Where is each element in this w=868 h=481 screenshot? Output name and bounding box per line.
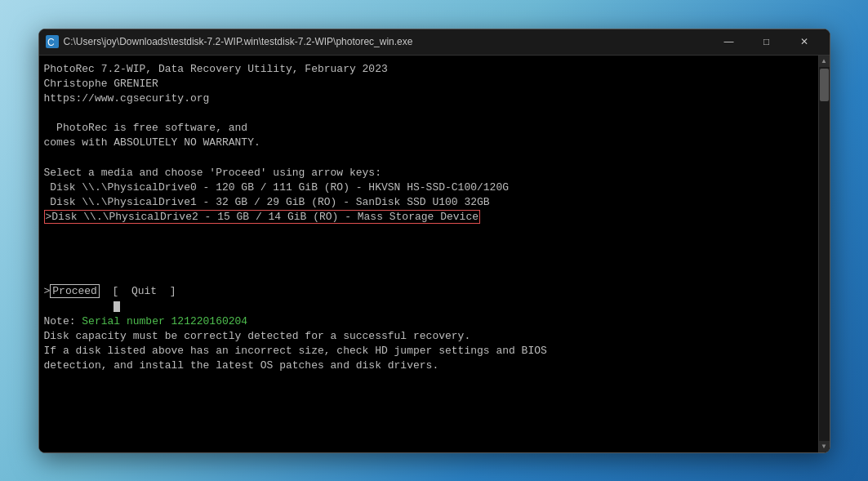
close-button[interactable]: ✕ [786, 29, 823, 55]
line-8: Select a media and choose 'Proceed' usin… [44, 167, 381, 179]
window-title: C:\Users\joy\Downloads\testdisk-7.2-WIP.… [64, 36, 710, 47]
line-6: comes with ABSOLUTELY NO WARRANTY. [44, 136, 260, 149]
terminal-output[interactable]: PhotoRec 7.2-WIP, Data Recovery Utility,… [39, 56, 818, 452]
footer-2: If a disk listed above has an incorrect … [44, 345, 547, 357]
footer-3: detection, and install the latest OS pat… [44, 359, 439, 372]
note-line: Note: Serial number 121220160204 [44, 315, 248, 327]
proceed-button[interactable]: Proceed [50, 284, 100, 298]
disk2-line: >Disk \\.\PhysicalDrive2 - 15 GB / 14 Gi… [44, 210, 481, 224]
window-controls: — □ ✕ [710, 29, 823, 55]
disk1-line: Disk \\.\PhysicalDrive1 - 32 GB / 29 GiB… [44, 196, 490, 208]
terminal-body: PhotoRec 7.2-WIP, Data Recovery Utility,… [39, 56, 830, 452]
svg-text:C: C [47, 37, 55, 48]
line-1: PhotoRec 7.2-WIP, Data Recovery Utility,… [44, 63, 388, 75]
terminal-cursor [114, 301, 120, 312]
terminal-window: C C:\Users\joy\Downloads\testdisk-7.2-WI… [38, 29, 830, 453]
line-2: Christophe GRENIER [44, 78, 165, 90]
app-icon: C [46, 35, 59, 48]
scroll-down-arrow[interactable]: ▼ [819, 441, 830, 452]
scrollbar-thumb[interactable] [820, 69, 829, 101]
serial-number: Serial number 121220160204 [82, 315, 247, 327]
selected-disk-box: >Disk \\.\PhysicalDrive2 - 15 GB / 14 Gi… [44, 210, 481, 224]
scrollbar-track[interactable] [819, 67, 830, 441]
footer-1: Disk capacity must be correctly detected… [44, 330, 471, 342]
line-3: https://www.cgsecurity.org [44, 92, 210, 105]
line-5: PhotoRec is free software, and [44, 122, 248, 134]
scroll-up-arrow[interactable]: ▲ [819, 56, 830, 67]
cursor-line [44, 301, 121, 313]
title-bar: C C:\Users\joy\Downloads\testdisk-7.2-WI… [39, 29, 830, 56]
proceed-line: >Proceed [ Quit ] [44, 284, 176, 298]
maximize-button[interactable]: □ [748, 29, 786, 55]
minimize-button[interactable]: — [710, 29, 748, 55]
scrollbar[interactable]: ▲ ▼ [818, 56, 830, 452]
disk0-line: Disk \\.\PhysicalDrive0 - 120 GB / 111 G… [44, 181, 510, 194]
